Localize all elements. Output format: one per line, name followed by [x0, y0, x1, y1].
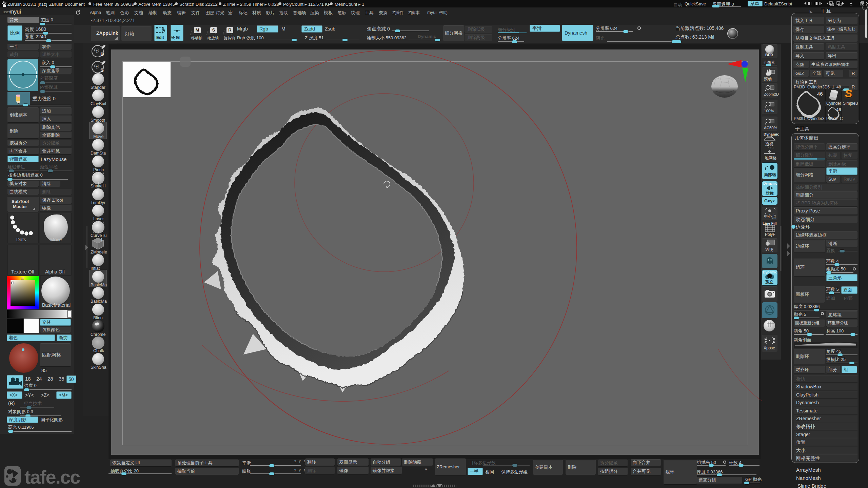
svg-text:1: 1 [101, 238, 103, 242]
svg-text:tafe.cc: tafe.cc [24, 466, 80, 488]
